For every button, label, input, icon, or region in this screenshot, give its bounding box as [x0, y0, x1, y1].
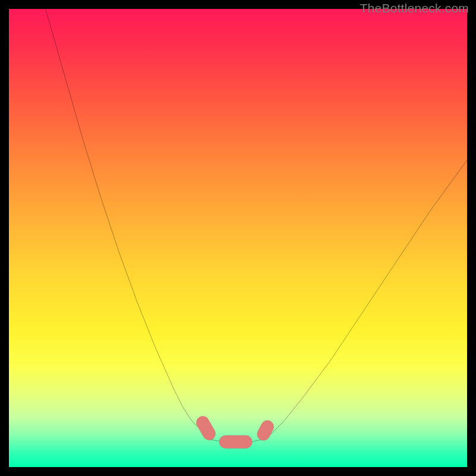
chart-svg	[9, 9, 467, 467]
marker-shape	[219, 436, 252, 449]
left-curve	[46, 9, 211, 440]
right-curve	[261, 160, 468, 440]
plot-area	[9, 9, 467, 467]
marker-1	[219, 436, 252, 449]
marker-2	[255, 418, 276, 443]
marker-shape	[255, 418, 276, 443]
curves-group	[46, 9, 467, 442]
watermark-text: TheBottleneck.com	[360, 1, 469, 15]
marker-0	[194, 414, 218, 442]
marker-shape	[194, 414, 218, 442]
markers-group	[194, 414, 276, 448]
chart-frame: TheBottleneck.com	[0, 0, 476, 476]
